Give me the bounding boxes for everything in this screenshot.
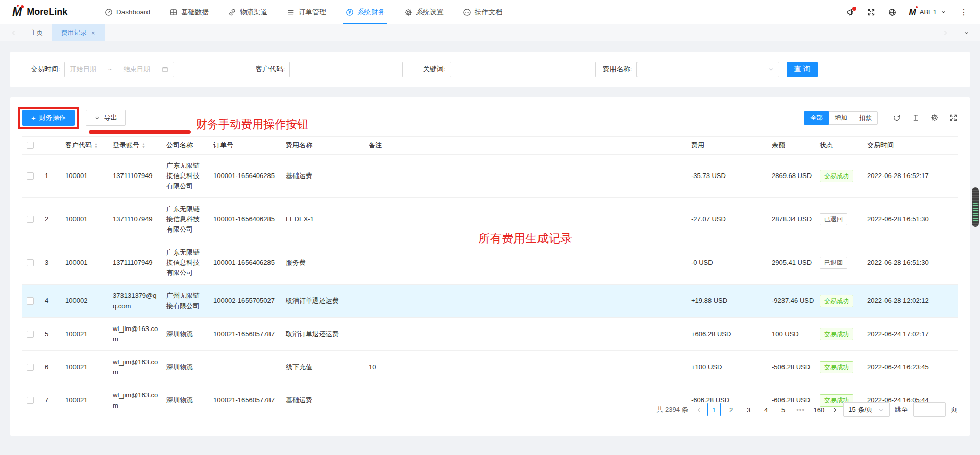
header-客户代码[interactable]: 客户代码▲▼ xyxy=(61,137,109,155)
keyword-input[interactable] xyxy=(450,62,596,77)
row-checkbox[interactable] xyxy=(27,172,34,180)
link-icon xyxy=(228,8,236,16)
cell-fee_name: 服务费 xyxy=(282,241,364,285)
cell-status: 已退回 xyxy=(816,241,863,285)
customer-code-input[interactable] xyxy=(289,62,403,77)
page-2[interactable]: 2 xyxy=(725,403,738,416)
select-all-checkbox[interactable] xyxy=(27,142,34,149)
search-button[interactable]: 查 询 xyxy=(787,62,818,77)
user-menu[interactable]: M ABE1 xyxy=(909,7,947,17)
cell-company: 广东无限链接信息科技有限公司 xyxy=(162,241,209,285)
cell-company: 广东无限链接信息科技有限公司 xyxy=(162,198,209,241)
cell-time: 2022-06-28 12:02:12 xyxy=(863,285,958,318)
header-checkbox xyxy=(22,137,41,155)
page-160[interactable]: 160 xyxy=(812,403,827,416)
table-body: 110000113711107949广东无限链接信息科技有限公司100001-1… xyxy=(22,155,958,417)
cell-login_account: 13711107949 xyxy=(109,155,162,198)
fullscreen-icon[interactable] xyxy=(867,8,875,16)
tabs-scroll-right-icon[interactable] xyxy=(942,30,949,36)
column-settings-gear-icon[interactable] xyxy=(930,114,939,122)
finance-operation-button[interactable]: + 财务操作 xyxy=(22,110,75,126)
status-badge: 交易成功 xyxy=(820,295,853,307)
toolbar-right: 全部增加扣款 xyxy=(804,111,958,125)
row-checkbox[interactable] xyxy=(27,297,34,305)
table-row[interactable]: 6100021wl_jim@163.com深圳物流线下充值10+100 USD-… xyxy=(22,351,958,384)
table-fullscreen-icon[interactable] xyxy=(949,114,958,122)
cell-balance: 100 USD xyxy=(768,318,816,351)
sort-icon[interactable]: ▲▼ xyxy=(94,143,98,149)
date-filter-label: 交易时间: xyxy=(31,65,60,74)
cell-customer_code: 100002 xyxy=(61,285,109,318)
nav-item-gear[interactable]: 系统设置 xyxy=(395,0,453,24)
nav-item-chat[interactable]: 操作文档 xyxy=(453,0,512,24)
segment-all[interactable]: 全部 xyxy=(804,111,829,125)
status-badge: 已退回 xyxy=(820,213,847,225)
page-1[interactable]: 1 xyxy=(707,403,721,416)
cell-order_no: 100001-1656406285 xyxy=(209,198,282,241)
export-label: 导出 xyxy=(104,113,117,122)
jump-page-input[interactable] xyxy=(913,402,946,417)
status-badge: 交易成功 xyxy=(820,361,853,373)
cell-status: 交易成功 xyxy=(816,351,863,384)
refresh-icon[interactable] xyxy=(893,114,901,122)
cell-checkbox xyxy=(22,351,41,384)
row-height-icon[interactable] xyxy=(912,114,920,122)
page-4[interactable]: 4 xyxy=(760,403,773,416)
cell-balance: 2869.68 USD xyxy=(768,155,816,198)
next-page-icon[interactable] xyxy=(831,407,838,413)
more-menu-icon[interactable]: ⋮ xyxy=(960,7,968,17)
segment-add[interactable]: 增加 xyxy=(828,111,853,125)
cell-order_no: 100021-1656057787 xyxy=(209,318,282,351)
tab-fee-records[interactable]: 费用记录 × xyxy=(52,24,105,41)
nav-item-label: 物流渠道 xyxy=(240,8,267,17)
tab-close-icon[interactable]: × xyxy=(91,30,95,36)
table-row[interactable]: 4100002373131379@qq.com广州无限链接有限公司100002-… xyxy=(22,285,958,318)
status-badge: 交易成功 xyxy=(820,170,853,182)
row-checkbox[interactable] xyxy=(27,364,34,371)
user-name: ABE1 xyxy=(920,8,937,16)
page-ellipsis[interactable]: ••• xyxy=(794,403,807,416)
row-checkbox[interactable] xyxy=(27,216,34,223)
date-end-placeholder: 结束日期 xyxy=(124,65,150,74)
table-row[interactable]: 310000113711107949广东无限链接信息科技有限公司100001-1… xyxy=(22,241,958,285)
table-row[interactable]: 5100021wl_jim@163.com深圳物流100021-16560577… xyxy=(22,318,958,351)
fee-name-select[interactable] xyxy=(636,62,779,77)
cell-status: 交易成功 xyxy=(816,318,863,351)
header-登录账号[interactable]: 登录账号▲▼ xyxy=(109,137,162,155)
row-checkbox[interactable] xyxy=(27,259,34,266)
cell-order_no xyxy=(209,351,282,384)
page-size-select[interactable]: 15 条/页 xyxy=(843,402,890,417)
nav-item-link[interactable]: 物流渠道 xyxy=(218,0,277,24)
segment-deduct[interactable]: 扣款 xyxy=(853,111,878,125)
page-5[interactable]: 5 xyxy=(777,403,790,416)
finance-operation-label: 财务操作 xyxy=(39,113,66,122)
cell-time: 2022-06-28 16:51:30 xyxy=(863,198,958,241)
export-button[interactable]: 导出 xyxy=(86,110,126,126)
scrollbar-thumb[interactable] xyxy=(972,187,979,227)
table-row[interactable]: 110000113711107949广东无限链接信息科技有限公司100001-1… xyxy=(22,155,958,198)
nav-item-grid[interactable]: 基础数据 xyxy=(160,0,218,24)
page-3[interactable]: 3 xyxy=(742,403,755,416)
row-checkbox[interactable] xyxy=(27,331,34,338)
pagination-total: 共 2394 条 xyxy=(656,405,688,414)
brand-logo[interactable]: M MoreLink xyxy=(12,6,84,18)
cell-fee: -0 USD xyxy=(687,241,768,285)
announcement-icon[interactable] xyxy=(846,8,854,16)
cell-index: 6 xyxy=(41,351,61,384)
nav-item-label: 订单管理 xyxy=(299,8,326,17)
nav-item-yen-circle[interactable]: 系统财务 xyxy=(336,0,395,24)
header-label: 余额 xyxy=(772,141,785,149)
tab-home[interactable]: 主页 xyxy=(21,24,52,41)
nav-item-dashboard[interactable]: Dashboard xyxy=(95,0,160,24)
tabs-menu-icon[interactable] xyxy=(963,30,970,36)
header-label: 客户代码 xyxy=(65,141,92,149)
sort-icon[interactable]: ▲▼ xyxy=(142,143,145,149)
prev-page-icon[interactable] xyxy=(696,407,702,413)
tabs-scroll-left-icon[interactable] xyxy=(6,30,21,36)
cell-fee_name: 取消订单退还运费 xyxy=(282,285,364,318)
date-range-picker[interactable]: 开始日期 ~ 结束日期 xyxy=(64,62,174,77)
language-globe-icon[interactable] xyxy=(888,8,896,16)
table-row[interactable]: 210000113711107949广东无限链接信息科技有限公司100001-1… xyxy=(22,198,958,241)
nav-item-list[interactable]: 订单管理 xyxy=(277,0,336,24)
pagination: 共 2394 条 12345•••160 15 条/页 跳至 页 xyxy=(22,402,958,417)
